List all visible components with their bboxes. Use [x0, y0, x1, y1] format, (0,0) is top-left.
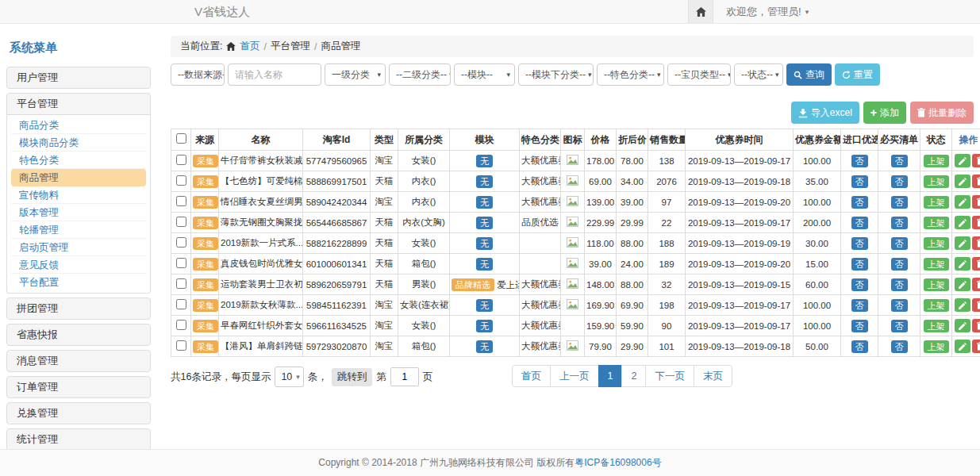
- sidebar-item-stats-mgmt[interactable]: 统计管理: [7, 429, 150, 450]
- must-buy-badge[interactable]: 否: [891, 299, 908, 312]
- sidebar-item-order-mgmt[interactable]: 订单管理: [7, 377, 150, 397]
- icp-link[interactable]: 粤ICP备16098006号: [575, 457, 661, 468]
- status-badge[interactable]: 上架: [924, 299, 949, 312]
- delete-button[interactable]: [972, 175, 980, 188]
- status-badge[interactable]: 上架: [924, 237, 949, 250]
- import-select-badge[interactable]: 否: [851, 175, 868, 188]
- import-excel-button[interactable]: 导入excel: [791, 102, 859, 124]
- delete-button[interactable]: [972, 195, 980, 209]
- status-badge[interactable]: 上架: [924, 258, 949, 271]
- filter-select-status[interactable]: --状态--▾: [734, 63, 783, 86]
- status-badge[interactable]: 上架: [924, 196, 949, 209]
- filter-select-level2-category[interactable]: --二级分类--▾: [389, 63, 451, 86]
- must-buy-badge[interactable]: 否: [891, 320, 908, 332]
- import-select-badge[interactable]: 否: [851, 237, 868, 250]
- edit-button[interactable]: [955, 319, 970, 332]
- add-button[interactable]: + 添加: [863, 102, 906, 124]
- status-badge[interactable]: 上架: [924, 320, 949, 332]
- import-select-badge[interactable]: 否: [851, 299, 868, 312]
- row-checkbox[interactable]: [176, 155, 186, 165]
- import-select-badge[interactable]: 否: [851, 217, 868, 229]
- edit-button[interactable]: [955, 236, 970, 250]
- row-checkbox[interactable]: [176, 299, 186, 309]
- sidebar-item-exchange-mgmt[interactable]: 兑换管理: [7, 403, 150, 424]
- sidebar-subitem-goods-category[interactable]: 商品分类: [11, 117, 146, 134]
- sidebar-item-savings-news[interactable]: 省惠快报: [7, 324, 150, 345]
- status-badge[interactable]: 上架: [924, 278, 949, 291]
- row-checkbox[interactable]: [176, 237, 186, 248]
- delete-button[interactable]: [972, 216, 980, 229]
- edit-button[interactable]: [955, 257, 970, 271]
- import-select-badge[interactable]: 否: [851, 320, 868, 332]
- must-buy-badge[interactable]: 否: [891, 237, 908, 250]
- pager-page-2[interactable]: 2: [621, 365, 646, 387]
- edit-button[interactable]: [955, 216, 970, 229]
- sidebar-subitem-splash-mgmt[interactable]: 启动页管理: [11, 239, 146, 256]
- sidebar-subitem-module-goods-category[interactable]: 模块商品分类: [11, 134, 146, 152]
- filter-select-module[interactable]: --模块--▾: [454, 63, 515, 86]
- row-checkbox[interactable]: [176, 175, 186, 186]
- row-checkbox[interactable]: [176, 258, 186, 268]
- filter-select-module-subcategory[interactable]: --模块下分类--▾: [518, 63, 594, 86]
- edit-button[interactable]: [955, 278, 970, 291]
- sidebar-subitem-feedback[interactable]: 意见反馈: [11, 256, 146, 274]
- delete-button[interactable]: [972, 319, 980, 332]
- edit-button[interactable]: [955, 340, 970, 353]
- import-select-badge[interactable]: 否: [851, 258, 868, 271]
- edit-button[interactable]: [955, 195, 970, 209]
- row-checkbox[interactable]: [176, 340, 186, 351]
- row-checkbox[interactable]: [176, 278, 186, 289]
- home-button[interactable]: [688, 0, 713, 23]
- sidebar-subitem-promo-material[interactable]: 宣传物料: [11, 186, 146, 204]
- pager-first[interactable]: 首页: [512, 365, 551, 387]
- sidebar-item-groupbuy-mgmt[interactable]: 拼团管理: [7, 298, 150, 319]
- filter-select-level1-category[interactable]: 一级分类▾: [325, 63, 386, 86]
- must-buy-badge[interactable]: 否: [891, 340, 908, 353]
- breadcrumb-home-link[interactable]: 首页: [240, 40, 259, 53]
- must-buy-badge[interactable]: 否: [891, 155, 908, 167]
- pager-last[interactable]: 末页: [694, 365, 732, 387]
- user-dropdown[interactable]: 欢迎您，管理员! ▾: [726, 5, 809, 19]
- sidebar-subitem-version-mgmt[interactable]: 版本管理: [11, 204, 146, 221]
- sidebar-item-user-mgmt[interactable]: 用户管理: [7, 67, 150, 88]
- delete-button[interactable]: [972, 154, 980, 167]
- pager-next[interactable]: 下一页: [645, 365, 694, 387]
- product-name-input[interactable]: [228, 63, 321, 86]
- import-select-badge[interactable]: 否: [851, 340, 868, 353]
- delete-button[interactable]: [972, 278, 980, 291]
- per-page-select[interactable]: 10 ▾: [275, 367, 303, 387]
- sidebar-subitem-carousel-mgmt[interactable]: 轮播管理: [11, 221, 146, 239]
- status-badge[interactable]: 上架: [924, 340, 949, 353]
- pager-page-1[interactable]: 1: [598, 365, 623, 387]
- sidebar-item-message-mgmt[interactable]: 消息管理: [7, 351, 150, 371]
- batch-delete-button[interactable]: 批量删除: [910, 102, 974, 124]
- pager-prev[interactable]: 上一页: [550, 365, 599, 387]
- page-input[interactable]: [390, 367, 419, 386]
- status-badge[interactable]: 上架: [924, 217, 949, 229]
- must-buy-badge[interactable]: 否: [891, 278, 908, 291]
- sidebar-subitem-goods-mgmt[interactable]: 商品管理: [11, 169, 146, 186]
- delete-button[interactable]: [972, 298, 980, 312]
- select-all-checkbox[interactable]: [176, 133, 186, 144]
- edit-button[interactable]: [955, 175, 970, 188]
- import-select-badge[interactable]: 否: [851, 278, 868, 291]
- must-buy-badge[interactable]: 否: [891, 217, 908, 229]
- must-buy-badge[interactable]: 否: [891, 196, 908, 209]
- filter-select-feature-category[interactable]: --特色分类--▾: [597, 63, 664, 86]
- row-checkbox[interactable]: [176, 320, 186, 330]
- row-checkbox[interactable]: [176, 217, 186, 227]
- jump-button[interactable]: 跳转到: [332, 368, 373, 386]
- status-badge[interactable]: 上架: [924, 175, 949, 188]
- sidebar-subitem-platform-config[interactable]: 平台配置: [11, 274, 146, 291]
- delete-button[interactable]: [972, 340, 980, 353]
- sidebar-subitem-feature-category[interactable]: 特色分类: [11, 152, 146, 169]
- filter-select-data-source[interactable]: --数据来源--▾: [171, 63, 225, 86]
- must-buy-badge[interactable]: 否: [891, 258, 908, 271]
- filter-select-item-type[interactable]: --宝贝类型--▾: [667, 63, 731, 86]
- edit-button[interactable]: [955, 298, 970, 312]
- must-buy-badge[interactable]: 否: [891, 175, 908, 188]
- import-select-badge[interactable]: 否: [851, 196, 868, 209]
- delete-button[interactable]: [972, 236, 980, 250]
- delete-button[interactable]: [972, 257, 980, 271]
- edit-button[interactable]: [955, 154, 970, 167]
